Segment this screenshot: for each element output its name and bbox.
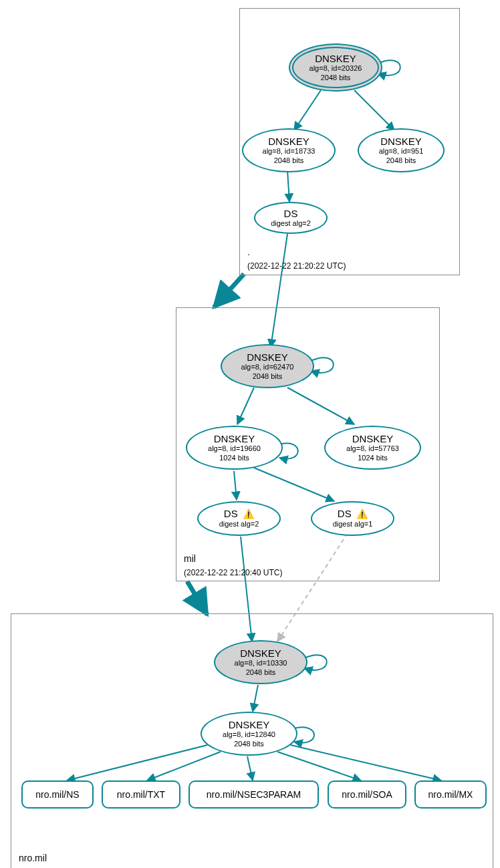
- node-rr-mx: nro.mil/MX: [414, 780, 487, 809]
- node-mil-ds2: DS ⚠️ digest alg=1: [311, 501, 394, 536]
- node-root-zsk1: DNSKEY alg=8, id=18733 2048 bits: [242, 128, 336, 172]
- node-mil-zsk2-sub2: 1024 bits: [358, 454, 388, 462]
- node-root-zsk2: DNSKEY alg=8, id=951 2048 bits: [358, 128, 445, 172]
- node-root-ksk-sub2: 2048 bits: [321, 74, 351, 82]
- node-mil-ksk: DNSKEY alg=8, id=62470 2048 bits: [221, 344, 314, 388]
- node-rr-ns: nro.mil/NS: [21, 780, 94, 809]
- zone-nro-name: nro.mil: [19, 853, 47, 863]
- node-nro-ksk: DNSKEY alg=8, id=10330 2048 bits: [214, 640, 307, 684]
- node-mil-zsk2-title: DNSKEY: [352, 433, 394, 444]
- node-mil-ksk-title: DNSKEY: [247, 351, 288, 363]
- node-nro-ksk-sub2: 2048 bits: [246, 668, 276, 677]
- node-root-ksk-title: DNSKEY: [315, 53, 356, 64]
- node-mil-ksk-sub2: 2048 bits: [253, 372, 283, 381]
- node-rr-nsec3: nro.mil/NSEC3PARAM: [189, 780, 319, 809]
- node-root-ds-title: DS: [284, 208, 298, 219]
- zone-root-label: . (2022-12-22 21:20:22 UTC): [247, 246, 346, 272]
- node-mil-zsk1-title: DNSKEY: [214, 433, 255, 444]
- node-root-ds: DS digest alg=2: [254, 202, 328, 234]
- node-mil-zsk2-sub1: alg=8, id=57763: [346, 444, 399, 453]
- node-root-zsk1-sub2: 2048 bits: [274, 156, 304, 165]
- node-nro-zsk: DNSKEY alg=8, id=12840 2048 bits: [201, 712, 297, 756]
- warning-icon: ⚠️: [356, 509, 368, 519]
- node-root-ds-sub: digest alg=2: [271, 219, 311, 228]
- node-rr-mx-label: nro.mil/MX: [428, 789, 473, 800]
- zone-mil-label: mil (2022-12-22 21:20:40 UTC): [184, 553, 282, 579]
- node-mil-ds2-title: DS: [338, 508, 352, 519]
- node-mil-zsk1-sub1: alg=8, id=19660: [208, 444, 261, 453]
- node-nro-zsk-sub1: alg=8, id=12840: [223, 730, 275, 739]
- node-mil-ds2-sub: digest alg=1: [333, 520, 373, 529]
- node-mil-zsk1: DNSKEY alg=8, id=19660 1024 bits: [186, 426, 283, 470]
- node-nro-ksk-title: DNSKEY: [240, 647, 281, 659]
- node-mil-zsk2: DNSKEY alg=8, id=57763 1024 bits: [324, 426, 421, 470]
- node-rr-txt: nro.mil/TXT: [102, 780, 180, 809]
- node-rr-nsec3-label: nro.mil/NSEC3PARAM: [207, 789, 301, 800]
- node-root-zsk2-title: DNSKEY: [380, 136, 422, 147]
- node-root-zsk1-title: DNSKEY: [268, 136, 309, 147]
- zone-mil-name: mil: [184, 553, 196, 564]
- zone-root-date: (2022-12-22 21:20:22 UTC): [247, 261, 346, 271]
- node-rr-soa-label: nro.mil/SOA: [342, 789, 392, 800]
- node-mil-ds1: DS ⚠️ digest alg=2: [197, 501, 281, 536]
- zone-mil-date: (2022-12-22 21:20:40 UTC): [184, 568, 282, 577]
- node-root-zsk1-sub1: alg=8, id=18733: [263, 147, 316, 156]
- node-mil-zsk1-sub2: 1024 bits: [219, 454, 249, 462]
- node-rr-ns-label: nro.mil/NS: [35, 789, 79, 800]
- node-mil-ds1-sub: digest alg=2: [219, 520, 259, 529]
- node-rr-soa: nro.mil/SOA: [328, 780, 406, 809]
- node-nro-ksk-sub1: alg=8, id=10330: [235, 659, 287, 668]
- warning-icon: ⚠️: [243, 509, 254, 519]
- node-mil-ds1-title: DS: [224, 508, 238, 519]
- node-nro-zsk-title: DNSKEY: [229, 719, 270, 730]
- node-root-zsk2-sub2: 2048 bits: [386, 156, 416, 165]
- node-root-ksk: DNSKEY alg=8, id=20326 2048 bits: [289, 43, 382, 92]
- node-nro-zsk-sub2: 2048 bits: [234, 740, 264, 748]
- node-root-zsk2-sub1: alg=8, id=951: [379, 147, 424, 156]
- node-mil-ksk-sub1: alg=8, id=62470: [241, 363, 294, 372]
- zone-nro-label: nro.mil (2022-12-22 21:26:43 UTC): [19, 852, 117, 868]
- node-root-ksk-sub1: alg=8, id=20326: [309, 64, 362, 73]
- zone-root-name: .: [247, 247, 250, 257]
- node-rr-txt-label: nro.mil/TXT: [117, 789, 165, 800]
